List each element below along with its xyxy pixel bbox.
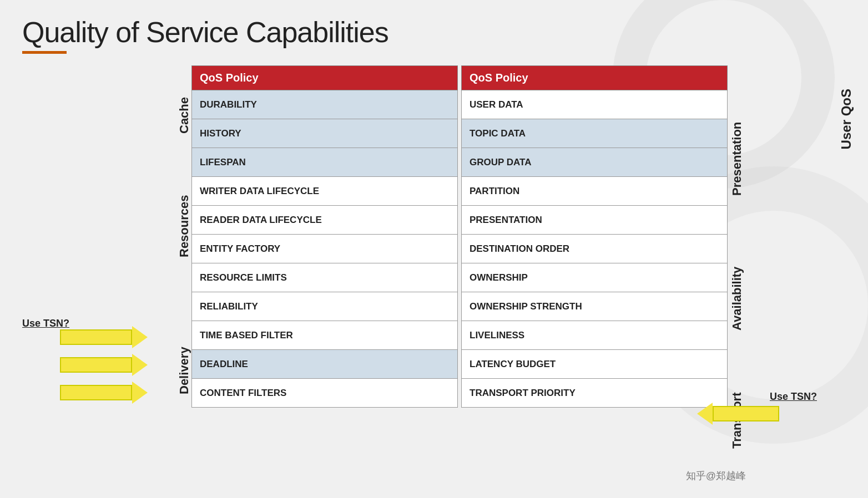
arrow-transport-right xyxy=(697,403,779,425)
right-table-cell: GROUP DATA xyxy=(462,148,728,177)
left-table: QoS Policy DURABILITYHISTORYLIFESPANWRIT… xyxy=(191,65,458,408)
left-table-cell: LIFESPAN xyxy=(192,148,458,177)
left-table-cell: CONTENT FILTERS xyxy=(192,379,458,408)
label-presentation: Presentation xyxy=(730,81,744,236)
left-table-cell: RESOURCE LIMITS xyxy=(192,263,458,292)
right-table-cell: OWNERSHIP STRENGTH xyxy=(462,292,728,321)
left-table-header: QoS Policy xyxy=(192,66,458,90)
tables-wrapper: QoS Policy DURABILITYHISTORYLIFESPANWRIT… xyxy=(191,65,728,408)
label-resources: Resources xyxy=(177,154,191,298)
right-table-cell: LATENCY BUDGET xyxy=(462,350,728,379)
right-labels: Presentation Availability Transport xyxy=(730,65,763,408)
use-tsn-right-label: Use TSN? xyxy=(770,391,817,403)
left-table-cell: TIME BASED FILTER xyxy=(192,321,458,350)
title-underline xyxy=(22,51,67,54)
label-user-qos: User QoS xyxy=(839,89,854,149)
label-availability: Availability xyxy=(730,237,744,359)
arrow-deadline xyxy=(60,382,148,404)
left-table-cell: DURABILITY xyxy=(192,90,458,119)
page-title: Quality of Service Capabilities xyxy=(22,16,388,49)
right-table-cell: USER DATA xyxy=(462,90,728,119)
arrow-time-based-filter xyxy=(60,354,148,376)
right-table-header: QoS Policy xyxy=(462,66,728,90)
right-table-cell: PRESENTATION xyxy=(462,206,728,235)
label-delivery: Delivery xyxy=(177,315,191,426)
arrow-reliability xyxy=(60,326,148,348)
label-cache: Cache xyxy=(177,82,191,149)
left-table-cell: READER DATA LIFECYCLE xyxy=(192,206,458,235)
table-container: Cache Resources Delivery QoS Policy DURA… xyxy=(161,65,763,408)
left-table-cell: WRITER DATA LIFECYCLE xyxy=(192,177,458,206)
right-table-cell: TRANSPORT PRIORITY xyxy=(462,379,728,408)
right-table-cell: LIVELINESS xyxy=(462,321,728,350)
left-table-cell: DEADLINE xyxy=(192,350,458,379)
left-table-cell: RELIABILITY xyxy=(192,292,458,321)
right-table-cell: PARTITION xyxy=(462,177,728,206)
right-table: QoS Policy USER DATATOPIC DATAGROUP DATA… xyxy=(461,65,728,408)
right-table-cell: OWNERSHIP xyxy=(462,263,728,292)
right-table-cell: DESTINATION ORDER xyxy=(462,235,728,263)
left-table-cell: HISTORY xyxy=(192,119,458,148)
right-table-cell: TOPIC DATA xyxy=(462,119,728,148)
watermark: 知乎@郑越峰 xyxy=(686,469,746,482)
left-labels: Cache Resources Delivery xyxy=(161,65,191,408)
left-table-cell: ENTITY FACTORY xyxy=(192,235,458,263)
